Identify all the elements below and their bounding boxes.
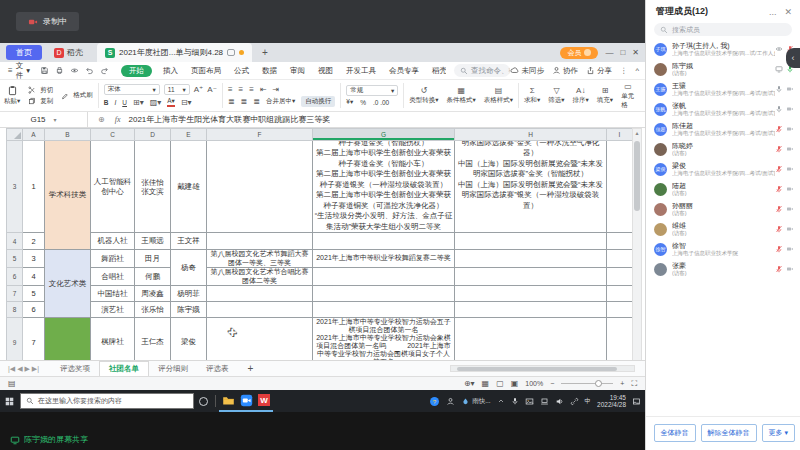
- filter-button[interactable]: ▽ 筛选▾: [544, 80, 568, 111]
- action-center-icon[interactable]: [632, 397, 641, 406]
- cell-e4[interactable]: 王文祥: [171, 233, 207, 250]
- bold-button[interactable]: B: [104, 99, 109, 106]
- cam-off-icon[interactable]: [786, 125, 794, 133]
- column-header-G[interactable]: G: [313, 129, 455, 141]
- zoom-out-button[interactable]: −: [550, 380, 554, 387]
- column-header-C[interactable]: C: [91, 129, 135, 141]
- cell-i8[interactable]: [607, 302, 633, 318]
- row-header[interactable]: 8: [7, 302, 23, 318]
- cell-d3[interactable]: 张佳怡 张文滨: [135, 141, 171, 233]
- eye-icon[interactable]: [775, 45, 783, 53]
- panel-button-解除全体静音[interactable]: 解除全体静音: [701, 424, 757, 442]
- print-preview-icon[interactable]: [70, 66, 79, 75]
- zoom-slider[interactable]: [561, 383, 613, 384]
- menu-开始[interactable]: 开始: [121, 65, 152, 77]
- cell-c7[interactable]: 中国结社: [91, 286, 135, 302]
- member-row[interactable]: 佳超陈佳超上海电子信息职业技术学院/四...考试/面试官: [646, 119, 800, 139]
- maximize-button[interactable]: □: [620, 48, 625, 57]
- type-convert-button[interactable]: ↺ 类型转换▾: [405, 80, 442, 111]
- underline-button[interactable]: U: [122, 99, 127, 106]
- font-color-icon[interactable]: A▾: [167, 97, 175, 107]
- minimize-button[interactable]: —: [605, 48, 613, 57]
- format-painter-button[interactable]: 格式刷: [61, 91, 93, 100]
- cell-h3[interactable]: 中国（上海）国际发明创新展览会暨“未来发明家国际选拔赛”金奖（一种水洗空气净化器…: [455, 141, 607, 233]
- collapse-ribbon-icon[interactable]: ^: [635, 66, 639, 75]
- cell-g7[interactable]: [313, 286, 455, 302]
- collaborate-button[interactable]: 协作: [552, 66, 578, 76]
- tencent-meeting-icon[interactable]: [237, 390, 255, 412]
- panel-collapse-handle[interactable]: ‹: [786, 48, 800, 68]
- sheet-nav-arrows[interactable]: |◀ ◀ ▶ ▶|: [8, 365, 39, 373]
- normal-view-icon[interactable]: ▦: [482, 379, 490, 388]
- cell-c6[interactable]: 合唱社: [91, 268, 135, 286]
- wrap-text-button[interactable]: 自动换行: [301, 96, 335, 107]
- cell-g5[interactable]: 2021年上海市中等职业学校舞蹈复赛二等奖: [313, 250, 455, 268]
- weather-widget[interactable]: 雨快...: [461, 397, 490, 406]
- cell-f4[interactable]: [207, 233, 313, 250]
- menu-稻壳资源[interactable]: 稻壳资源: [430, 65, 446, 77]
- member-row[interactable]: 梁俊梁俊上海电子信息职业技术学院/四...考试/面试官: [646, 159, 800, 179]
- cell-d4[interactable]: 王顺远: [135, 233, 171, 250]
- member-row[interactable]: 张帆张帆上海电子信息职业技术学院/四...考试/面试官: [646, 99, 800, 119]
- cell-g4[interactable]: [313, 233, 455, 250]
- cam-off-icon[interactable]: [786, 165, 794, 173]
- cell-b5-category[interactable]: 文化艺术类: [45, 250, 91, 318]
- network-tray-icon[interactable]: [570, 397, 579, 406]
- cell-a6[interactable]: 4: [23, 268, 45, 286]
- mic-off-icon[interactable]: [775, 265, 783, 273]
- cell-i7[interactable]: [607, 286, 633, 302]
- paste-button[interactable]: 粘贴▾: [0, 80, 24, 111]
- clear-format-icon[interactable]: ⊟▾: [181, 98, 192, 107]
- member-row[interactable]: 徐智徐智上海电子信息职业技术学院: [646, 239, 800, 259]
- currency-format-icon[interactable]: ¥▾: [346, 98, 353, 106]
- cell-i5[interactable]: [607, 250, 633, 268]
- decimal-icons[interactable]: .0 .00: [373, 99, 389, 106]
- decrease-font-icon[interactable]: A⁻: [207, 85, 217, 94]
- mic-idle-icon[interactable]: [775, 105, 783, 113]
- cell-h8[interactable]: [455, 302, 607, 318]
- merge-center-button[interactable]: 合并居中▾: [266, 97, 295, 106]
- page-layout-view-icon[interactable]: ▢: [496, 379, 504, 388]
- cell-d6[interactable]: 何鹏: [135, 268, 171, 286]
- member-row[interactable]: 王骧王骧上海电子信息职业技术学院/四...考试/面试官: [646, 79, 800, 99]
- insert-function-icon[interactable]: ⊕: [98, 115, 105, 124]
- cam-off-icon[interactable]: [786, 185, 794, 193]
- mic-off-icon[interactable]: [775, 245, 783, 253]
- cell-f6[interactable]: 第八届校园文化艺术节合唱比赛团体二等奖: [207, 268, 313, 286]
- help-tray-icon[interactable]: ?: [429, 396, 440, 407]
- font-name-select[interactable]: 宋体▾: [104, 84, 160, 95]
- percent-format-icon[interactable]: %: [360, 99, 366, 106]
- italic-button[interactable]: I: [114, 99, 116, 106]
- cell-c8[interactable]: 演艺社: [91, 302, 135, 318]
- tray-expand-icon[interactable]: [497, 397, 505, 405]
- member-row[interactable]: 张豪(访客): [646, 259, 800, 279]
- command-search-box[interactable]: 查找命令、搜索模板: [454, 64, 511, 77]
- member-search-input[interactable]: 搜索成员: [654, 23, 792, 36]
- sheet-tab-评选表[interactable]: 评选表: [197, 361, 238, 377]
- cell-d8[interactable]: 张乐怡: [135, 302, 171, 318]
- menu-插入[interactable]: 插入: [161, 65, 180, 77]
- ime-indicator[interactable]: 中: [585, 397, 592, 406]
- vertical-scrollbar[interactable]: ▴: [632, 128, 642, 361]
- zoom-knob[interactable]: [595, 380, 602, 387]
- mic-off-icon[interactable]: [775, 225, 783, 233]
- mic-off-icon[interactable]: [775, 145, 783, 153]
- member-row[interactable]: 孙丽丽(访客): [646, 199, 800, 219]
- cell-c5[interactable]: 舞蹈社: [91, 250, 135, 268]
- copy-button[interactable]: 复制: [28, 97, 53, 106]
- fill-button[interactable]: ⊞ 填充▾: [593, 80, 617, 111]
- cell-f5[interactable]: 第八届校园文化艺术节舞蹈大赛团体一等奖、三等奖: [207, 250, 313, 268]
- cam-off-icon[interactable]: [786, 105, 794, 113]
- cut-button[interactable]: 剪切: [28, 86, 53, 95]
- cell-c3[interactable]: 人工智能科创中心: [91, 141, 135, 233]
- cell-e7[interactable]: 杨明菲: [171, 286, 207, 302]
- new-tab-button[interactable]: +: [262, 47, 268, 58]
- sort-button[interactable]: A↓ 排序▾: [569, 80, 593, 111]
- more-menu-icon[interactable]: ⋮: [620, 66, 628, 75]
- member-row[interactable]: 陈宇娥(访客): [646, 59, 800, 79]
- borders-icon[interactable]: ⊞▾: [133, 98, 144, 107]
- redo-icon[interactable]: [100, 66, 109, 75]
- menu-会员专享[interactable]: 会员专享: [387, 65, 421, 77]
- mic-idle-icon[interactable]: [775, 85, 783, 93]
- cortana-button[interactable]: [194, 390, 212, 412]
